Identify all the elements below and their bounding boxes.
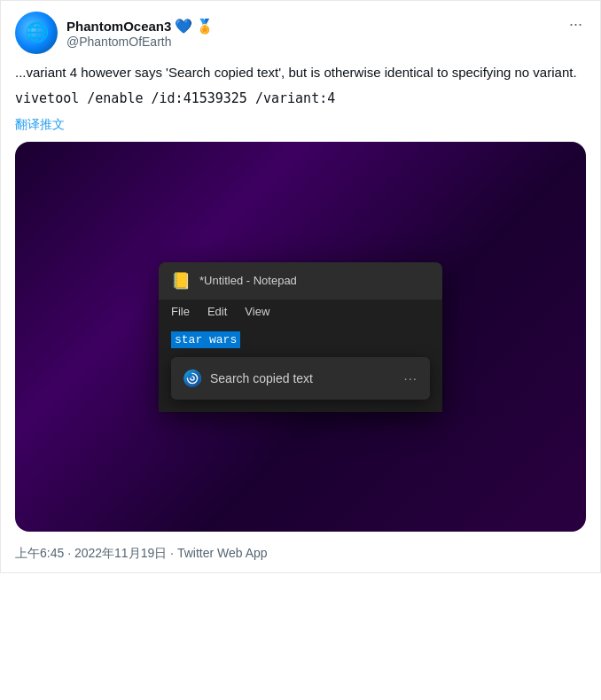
context-menu-dots[interactable]: ··· <box>403 370 418 385</box>
more-options-icon[interactable]: ··· <box>566 12 586 37</box>
notepad-titlebar: 📒 *Untitled - Notepad <box>159 262 442 299</box>
tweet-card: 🌐 PhantomOcean3 💙 🏅 @PhantomOfEarth ··· … <box>0 0 601 573</box>
tweet-footer: 上午6:45 · 2022年11月19日 · Twitter Web App <box>15 542 586 562</box>
tweet-body: ...variant 4 however says 'Search copied… <box>15 63 586 108</box>
context-menu-search-item[interactable]: Search copied text ··· <box>171 361 430 396</box>
author-name-row: PhantomOcean3 💙 🏅 <box>66 18 214 35</box>
tweet-command: vivetool /enable /id:41539325 /variant:4 <box>15 89 586 109</box>
tweet-text-line1: ...variant 4 however says 'Search copied… <box>15 63 586 83</box>
notepad-icon: 📒 <box>171 271 191 291</box>
author-name[interactable]: PhantomOcean3 <box>66 19 171 34</box>
tweet-author-row: 🌐 PhantomOcean3 💙 🏅 @PhantomOfEarth <box>15 12 214 54</box>
tweet-time: 上午6:45 <box>15 546 64 560</box>
tweet-date: 2022年11月19日 <box>74 546 167 560</box>
context-menu: Search copied text ··· <box>171 357 430 400</box>
gold-badge-icon: 🏅 <box>196 18 214 35</box>
notepad-view-menu[interactable]: View <box>245 305 269 318</box>
tweet-header: 🌐 PhantomOcean3 💙 🏅 @PhantomOfEarth ··· <box>15 12 586 54</box>
selected-text: star wars <box>171 331 240 348</box>
author-handle[interactable]: @PhantomOfEarth <box>66 35 214 49</box>
author-info: PhantomOcean3 💙 🏅 @PhantomOfEarth <box>66 18 214 49</box>
notepad-title: *Untitled - Notepad <box>199 274 297 287</box>
notepad-edit-menu[interactable]: Edit <box>207 305 227 318</box>
edge-logo <box>183 369 201 387</box>
notepad-window: 📒 *Untitled - Notepad File Edit View sta… <box>159 262 442 412</box>
notepad-file-menu[interactable]: File <box>171 305 190 318</box>
separator-1: · <box>67 546 74 560</box>
notepad-menubar: File Edit View <box>159 299 442 323</box>
avatar-image: 🌐 <box>15 12 58 54</box>
context-menu-search-label: Search copied text <box>210 371 313 385</box>
blue-badge-icon: 💙 <box>175 18 192 35</box>
separator-2: · <box>170 546 177 560</box>
edge-icon <box>183 369 201 387</box>
tweet-image: 📒 *Untitled - Notepad File Edit View sta… <box>15 142 586 532</box>
avatar[interactable]: 🌐 <box>15 12 58 54</box>
tweet-source: Twitter Web App <box>177 546 268 560</box>
translate-link[interactable]: 翻译推文 <box>15 117 586 133</box>
notepad-content: star wars Search copied text <box>159 323 442 412</box>
